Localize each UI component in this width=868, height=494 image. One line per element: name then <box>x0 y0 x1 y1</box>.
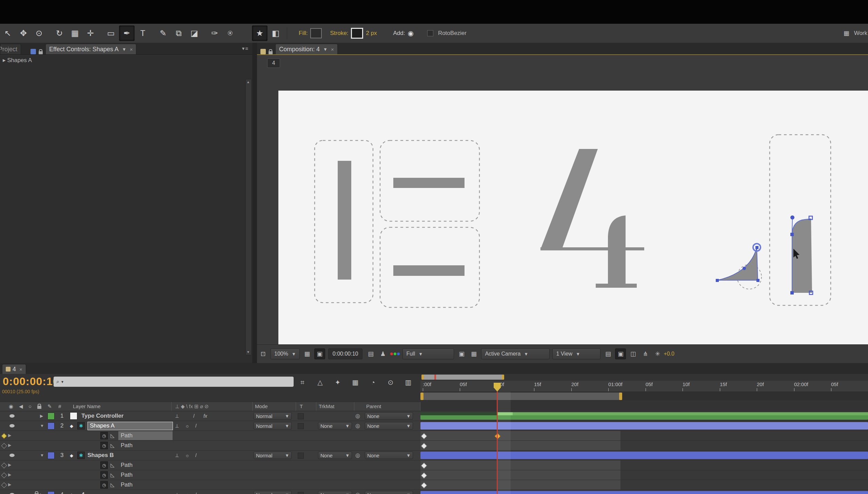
layer-track[interactable] <box>420 451 868 460</box>
type-tool-button[interactable]: T <box>135 26 150 41</box>
label-swatch[interactable] <box>47 491 55 494</box>
magnification-dropdown[interactable]: 100%▼ <box>271 348 300 359</box>
navigator-end-handle[interactable] <box>502 375 504 380</box>
video-eye-icon[interactable] <box>9 424 15 428</box>
label-swatch[interactable] <box>47 422 55 430</box>
pen-tool-button[interactable]: ✒ <box>119 25 135 41</box>
keyframe[interactable] <box>421 462 427 469</box>
t-column[interactable]: T <box>300 403 303 409</box>
stroke-swatch[interactable] <box>351 28 363 39</box>
zoom-tool-button[interactable]: ⊙ <box>32 26 46 41</box>
composition-canvas[interactable] <box>278 91 868 348</box>
property-row-path[interactable]: ▶ ◷ ◺ Path <box>0 480 420 490</box>
next-keyframe-icon[interactable]: ▶ <box>8 443 11 448</box>
collapse-switch-icon[interactable]: ⊥ <box>175 423 179 429</box>
stopwatch-icon[interactable]: ◷ <box>100 432 108 439</box>
lock-icon[interactable] <box>269 51 273 54</box>
layer-row-4[interactable]: ▶ 4 ◆ 4 ⊥ ☼ / Normal▼ None▼ ◎ None▼ <box>0 490 420 494</box>
layer-duration-bar[interactable] <box>420 422 868 430</box>
trkmat-column[interactable]: TrkMat <box>319 403 334 409</box>
collapse-switch-icon[interactable]: ⊥ <box>175 413 179 419</box>
comp-mini-tab-4[interactable]: 4 <box>267 58 280 68</box>
close-icon[interactable]: × <box>19 366 22 372</box>
timeline-button-icon[interactable]: ▤ <box>603 349 613 359</box>
next-keyframe-icon[interactable]: ▶ <box>8 433 11 438</box>
video-column-icon[interactable]: ◉ <box>9 403 13 410</box>
comp-timecode[interactable]: 0:00:00:10 <box>328 348 363 359</box>
parent-column[interactable]: Parent <box>366 403 381 409</box>
draft-3d-button[interactable]: △ <box>313 377 327 388</box>
property-name[interactable]: Path <box>121 442 133 449</box>
layer-duration-bar[interactable] <box>420 452 868 459</box>
expand-arrow-icon[interactable]: ▶ <box>40 492 43 494</box>
vertex[interactable] <box>755 246 758 249</box>
work-area-start-handle[interactable] <box>420 393 423 400</box>
show-snapshot-icon[interactable]: ♟ <box>378 349 388 359</box>
navigator-start-handle[interactable] <box>421 375 424 380</box>
time-ruler[interactable]: :00f 05f 10f 15f 20f 01:00f 05f 10f 15f … <box>420 381 868 392</box>
add-keyframe-diamond-icon[interactable] <box>1 482 7 488</box>
shape-vertical-bar[interactable] <box>338 161 351 280</box>
layer-track[interactable] <box>420 411 868 421</box>
eraser-tool-button[interactable]: ◪ <box>187 26 202 41</box>
hand-tool-button[interactable]: ✥ <box>16 26 31 41</box>
transparency-grid-icon[interactable]: ▦ <box>469 349 479 359</box>
workspace-menu[interactable]: Work <box>854 30 867 37</box>
layer-row-shapes-a[interactable]: ▼ 2 ◆ ✱ Shapes A ⊥ ☼ / Normal▼ None▼ ◎ N… <box>0 421 420 431</box>
scrollbar[interactable]: ▲ ▼ <box>245 79 252 355</box>
stopwatch-icon[interactable]: ◷ <box>100 481 108 489</box>
parent-dropdown[interactable]: None▼ <box>365 491 413 494</box>
chevron-down-icon[interactable]: ▼ <box>122 47 126 52</box>
trkmat-dropdown[interactable]: None▼ <box>318 491 352 494</box>
parent-dropdown[interactable]: None▼ <box>365 452 413 459</box>
label-swatch[interactable] <box>47 452 55 459</box>
target-region-icon[interactable]: ▣ <box>456 349 467 359</box>
shape-tool-button[interactable]: ▭ <box>103 26 118 41</box>
property-row-path[interactable]: ▶ ◷ ◺ Path <box>0 460 420 470</box>
property-name[interactable]: Path <box>121 462 133 469</box>
quality-switch-icon[interactable]: ☼ <box>185 423 190 429</box>
stopwatch-icon[interactable]: ◷ <box>100 442 108 449</box>
trkmat-dropdown[interactable]: None▼ <box>318 452 352 459</box>
preserve-transparency-toggle[interactable] <box>298 423 304 429</box>
effect-controls-layer-selector[interactable]: ▸ Shapes A <box>3 57 32 64</box>
audio-column-icon[interactable]: ◀ <box>19 403 23 410</box>
snapshot-icon[interactable]: ▤ <box>366 349 376 359</box>
parent-dropdown[interactable]: None▼ <box>365 412 413 420</box>
swoosh-shape[interactable] <box>716 244 762 289</box>
time-navigator[interactable] <box>423 375 503 380</box>
fx-switch-icon[interactable]: / <box>195 423 197 429</box>
keyframe[interactable] <box>421 433 427 439</box>
scroll-down-icon[interactable]: ▼ <box>246 349 251 355</box>
pickwhip-icon[interactable]: ◎ <box>355 452 360 458</box>
comp-mini-flowchart-button[interactable]: ⌗ <box>296 377 309 388</box>
layer-duration-bar[interactable] <box>420 412 868 420</box>
layer-row-type-controller[interactable]: ▶ 1 Type Controller ⊥ / fx Normal▼ ◎ Non… <box>0 411 420 421</box>
label-column-icon[interactable]: ✎ <box>47 403 52 410</box>
resolution-dropdown[interactable]: Full▼ <box>402 348 454 359</box>
add-keyframe-diamond-icon[interactable] <box>1 443 7 449</box>
property-row-path[interactable]: ▶ ◷ ◺ Path <box>0 441 420 450</box>
blend-mode-dropdown[interactable]: Normal▼ <box>254 422 292 430</box>
tab-effect-controls[interactable]: Effect Controls: Shapes A ▼ × <box>45 44 136 54</box>
next-keyframe-icon[interactable]: ▶ <box>8 472 11 477</box>
label-swatch[interactable] <box>47 413 55 420</box>
quality-switch-icon[interactable]: ☼ <box>185 453 190 458</box>
layer-track[interactable] <box>420 421 868 431</box>
stroke-width-value[interactable]: 2 px <box>366 30 377 37</box>
panel-menu-icon[interactable]: ▾≡ <box>242 45 249 52</box>
property-track[interactable] <box>420 460 868 470</box>
property-row-path[interactable]: ▶ ◷ ◺ Path <box>0 470 420 480</box>
property-row-path[interactable]: ▶ ◷ ◺ Path <box>0 431 420 440</box>
preserve-transparency-toggle[interactable] <box>298 413 304 419</box>
fx-switch-icon[interactable]: fx <box>203 413 207 419</box>
number-column-icon[interactable]: # <box>58 403 61 409</box>
keyframe[interactable] <box>421 482 427 488</box>
current-timecode[interactable]: 0:00:00:10 <box>3 375 59 388</box>
chevron-down-icon[interactable]: ▼ <box>323 47 328 52</box>
layer-name-edit-field[interactable]: Shapes A <box>87 422 173 430</box>
rotate-tool-button[interactable]: ↻ <box>52 26 67 41</box>
layer-track[interactable] <box>420 490 868 494</box>
pixel-aspect-correction-icon[interactable]: ▣ <box>615 348 626 359</box>
camera-tool-button[interactable]: ▦ <box>67 26 82 41</box>
